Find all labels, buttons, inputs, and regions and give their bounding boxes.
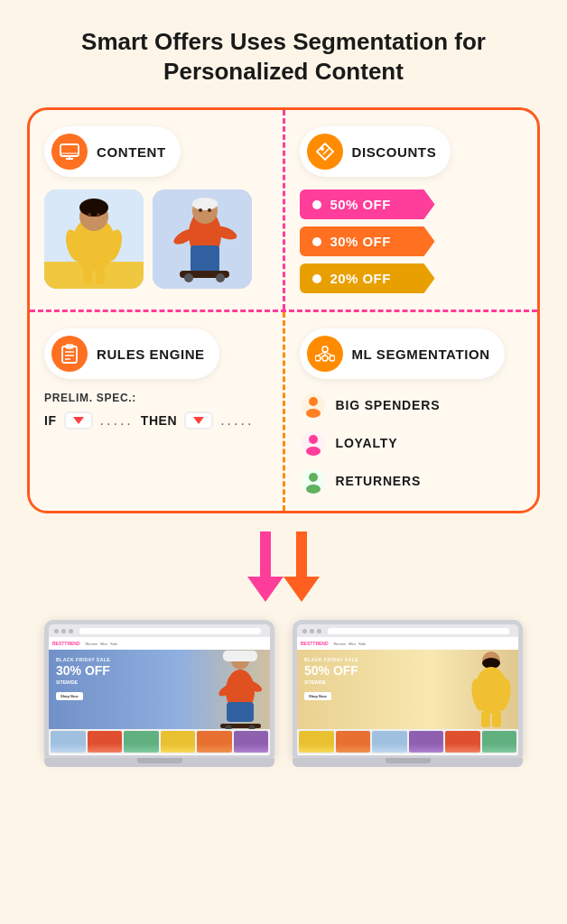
hero-main-left: 30% OFF — [56, 664, 209, 678]
loyalty-label: LOYALTY — [336, 436, 398, 450]
laptop-inner-right: BESTTREND Women Men Sale BLACK FRIDAY SA… — [297, 624, 518, 755]
ml-label: ML SEGMENTATION — [352, 346, 490, 362]
svg-point-39 — [322, 356, 328, 361]
nav-item-r1: Women — [334, 642, 347, 646]
hero-sub-right: SITEWIDE — [304, 679, 461, 685]
hero-btn-right[interactable]: Shop Now — [304, 692, 331, 700]
rules-header: RULES ENGINE — [44, 328, 219, 379]
rule-if: IF — [44, 413, 57, 428]
svg-rect-13 — [96, 266, 105, 284]
rule-dots-2: ..... — [220, 412, 254, 429]
laptop-50-off: BESTTREND Women Men Sale BLACK FRIDAY SA… — [293, 620, 523, 767]
laptop-store-header-left: BESTTREND Women Men Sale — [49, 637, 270, 650]
tag-dot-2 — [312, 237, 321, 246]
svg-point-10 — [88, 213, 91, 217]
svg-point-11 — [97, 213, 100, 217]
monitor-icon — [51, 134, 88, 170]
returners-avatar — [300, 467, 327, 494]
svg-rect-19 — [191, 245, 219, 273]
rules-engine-quadrant: RULES ENGINE PRELIM. SPEC.: IF ..... THE… — [30, 312, 285, 511]
laptop-bar-left — [49, 624, 270, 637]
segment-list: BIG SPENDERS LOYALTY — [300, 392, 524, 494]
nav-item-r2: Men — [349, 642, 356, 646]
svg-point-45 — [309, 397, 318, 406]
loyalty-avatar — [300, 430, 327, 457]
prelim-label: PRELIM. SPEC.: — [44, 392, 268, 404]
svg-point-48 — [309, 435, 318, 444]
nav-item-1: Women — [86, 642, 98, 646]
rules-row: IF ..... THEN ..... — [44, 411, 268, 430]
big-spenders-label: BIG SPENDERS — [336, 398, 441, 412]
discounts-label: DISCOUNTS — [352, 144, 437, 160]
big-spenders-avatar — [300, 392, 327, 419]
rule-dots-1: ..... — [100, 412, 134, 429]
discount-50: 50% OFF — [300, 189, 435, 219]
product-card-r3 — [372, 731, 407, 753]
product-card-r2 — [336, 731, 371, 753]
nav-item-3: Sale — [110, 642, 117, 646]
nav-item-2: Men — [100, 642, 107, 646]
woman-figure-right — [469, 650, 518, 729]
then-dropdown[interactable] — [184, 411, 213, 430]
hero-text-left: BLACK FRIDAY SALE 30% OFF SITEWIDE Shop … — [49, 650, 216, 729]
arrows-row — [211, 513, 356, 611]
laptop-products-left — [49, 729, 270, 754]
right-arrow-container — [284, 531, 320, 602]
if-dropdown[interactable] — [64, 411, 93, 430]
browser-dot-r1 — [302, 629, 307, 633]
tag-dot — [312, 200, 321, 209]
store-logo-right: BESTTREND — [301, 641, 329, 646]
product-card-3 — [124, 731, 159, 753]
ml-segmentation-quadrant: ML SEGMENTATION BIG SPENDERS — [285, 312, 538, 511]
right-arrow-head — [284, 577, 320, 602]
skateboarder-image — [153, 189, 252, 289]
discounts-header: DISCOUNTS — [300, 126, 451, 177]
svg-point-52 — [306, 485, 321, 494]
laptops-row: BESTTREND Women Men Sale BLACK FRIDAY SA… — [27, 620, 540, 767]
segment-returners: RETURNERS — [300, 467, 524, 494]
discount-20: 20% OFF — [300, 263, 435, 293]
segmentation-box: CONTENT — [27, 107, 540, 513]
laptop-notch-left — [137, 758, 182, 763]
hero-btn-left[interactable]: Shop Now — [56, 692, 83, 700]
discount-tags: 50% OFF 30% OFF 20% OFF — [300, 189, 524, 293]
svg-point-24 — [208, 208, 211, 212]
clipboard-icon — [51, 336, 88, 372]
tag-icon — [307, 134, 343, 170]
page-title: Smart Offers Uses Segmentation for Perso… — [27, 27, 540, 86]
svg-point-51 — [309, 473, 318, 482]
product-card-5 — [197, 731, 232, 753]
laptop-products-right — [297, 729, 518, 754]
nav-items-right: Women Men Sale — [334, 642, 367, 646]
laptop-hero-right: BLACK FRIDAY SALE 50% OFF SITEWIDE Shop … — [297, 650, 518, 729]
browser-url-right — [328, 628, 509, 634]
returners-label: RETURNERS — [336, 474, 422, 488]
bottom-row: RULES ENGINE PRELIM. SPEC.: IF ..... THE… — [30, 312, 537, 511]
product-card-r4 — [409, 731, 444, 753]
product-card-1 — [51, 731, 86, 753]
product-card-r5 — [445, 731, 480, 753]
discount-20-text: 20% OFF — [330, 271, 391, 286]
nav-item-r3: Sale — [358, 642, 366, 646]
left-arrow-head — [247, 577, 284, 602]
svg-rect-68 — [492, 711, 501, 727]
svg-line-43 — [325, 352, 332, 356]
store-logo-left: BESTTREND — [52, 641, 80, 646]
svg-point-40 — [330, 356, 335, 361]
laptop-store-header-right: BESTTREND Women Men Sale — [297, 637, 518, 650]
rules-label: RULES ENGINE — [97, 346, 205, 362]
hero-sub-left: SITEWIDE — [56, 679, 209, 685]
svg-point-37 — [322, 346, 328, 352]
dropdown-arrow-then — [193, 417, 204, 424]
right-arrow-shaft — [296, 531, 307, 577]
content-quadrant: CONTENT — [30, 110, 285, 310]
content-header: CONTENT — [44, 126, 181, 177]
left-arrow-container — [247, 531, 284, 602]
rules-area: PRELIM. SPEC.: IF ..... THEN ..... — [44, 392, 268, 430]
discounts-quadrant: DISCOUNTS 50% OFF 30% OFF 20% OFF — [285, 110, 538, 310]
discount-30-text: 30% OFF — [330, 234, 391, 249]
product-card-4 — [161, 731, 196, 753]
woman-yellow-image — [44, 189, 144, 289]
left-arrow-shaft — [260, 531, 271, 577]
svg-rect-12 — [83, 266, 92, 284]
